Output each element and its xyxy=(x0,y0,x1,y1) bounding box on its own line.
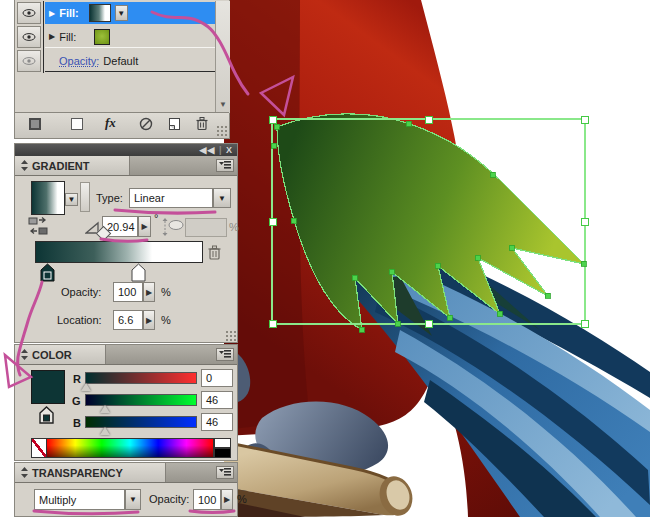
panel-menu-icon[interactable] xyxy=(216,466,234,479)
red-slider-track[interactable] xyxy=(85,372,197,384)
filled-square-icon[interactable] xyxy=(29,118,41,130)
location-spinner[interactable]: ▶ xyxy=(143,310,155,330)
tab-color[interactable]: COLOR xyxy=(15,345,106,364)
clear-appearance-icon[interactable] xyxy=(139,117,153,131)
gradient-swatch-dropdown[interactable]: ▼ xyxy=(65,193,78,206)
gradient-bar[interactable] xyxy=(35,241,203,263)
duplicate-item-icon[interactable] xyxy=(167,117,181,131)
delete-gradient-stop-icon[interactable] xyxy=(207,244,222,260)
blue-value: 46 xyxy=(206,416,218,428)
divider xyxy=(43,1,44,73)
fx-effect-icon[interactable]: fx xyxy=(105,115,116,131)
gradient-stop-selected[interactable] xyxy=(40,263,55,282)
transparency-tabbar: TRANSPARENCY xyxy=(15,463,237,483)
appearance-scrollbar[interactable]: ▼ xyxy=(215,1,230,113)
tab-gradient[interactable]: GRADIENT xyxy=(15,156,130,175)
transparency-opacity-spinner[interactable]: ▶ xyxy=(221,489,233,510)
transparency-opacity-label: Opacity: xyxy=(149,493,189,505)
gradient-stop-indicator-icon xyxy=(38,405,55,424)
gradient-type-select[interactable]: Linear xyxy=(129,188,213,208)
location-input[interactable]: 6.6 xyxy=(113,310,143,330)
stop-opacity-spinner[interactable]: ▶ xyxy=(143,282,155,302)
green-fill-swatch[interactable] xyxy=(94,29,110,45)
illustrator-workspace: ▶ Fill: ▼ ▶ Fill: Opacity: Default ▼ xyxy=(0,0,650,517)
blend-mode-dropdown-arrow[interactable]: ▼ xyxy=(125,489,141,510)
transparency-percent: % xyxy=(237,493,247,505)
red-value-input[interactable]: 0 xyxy=(201,369,233,387)
scroll-down-icon[interactable]: ▼ xyxy=(217,99,229,111)
expand-triangle-icon[interactable]: ▶ xyxy=(49,32,55,41)
gradient-stop-white[interactable] xyxy=(131,263,146,282)
white-swatch[interactable] xyxy=(214,438,231,448)
blend-mode-select[interactable]: Multiply xyxy=(34,489,125,510)
tab-label: TRANSPARENCY xyxy=(32,467,123,479)
angle-value: 20.94 xyxy=(107,221,135,233)
visibility-toggle[interactable] xyxy=(17,50,41,72)
swatch-dropdown-button[interactable]: ▼ xyxy=(115,5,128,21)
eye-icon xyxy=(22,32,36,42)
appearance-panel: ▶ Fill: ▼ ▶ Fill: Opacity: Default ▼ xyxy=(14,0,230,139)
stop-opacity-input[interactable]: 100 xyxy=(113,282,143,302)
appearance-row-opacity[interactable]: Opacity: Default xyxy=(45,50,215,72)
gradient-fill-swatch[interactable] xyxy=(89,4,111,22)
degree-sign: ° xyxy=(154,212,158,224)
eye-icon xyxy=(22,56,36,66)
none-color-swatch[interactable] xyxy=(31,438,47,458)
visibility-toggle[interactable] xyxy=(17,2,41,24)
type-dropdown-arrow[interactable]: ▼ xyxy=(213,188,231,208)
channel-label: B xyxy=(73,417,81,429)
green-slider-thumb[interactable] xyxy=(100,405,110,413)
channel-label: R xyxy=(73,373,81,385)
gradient-swatch-scroll[interactable] xyxy=(80,182,90,212)
panel-menu-icon[interactable] xyxy=(216,159,234,172)
transparency-opacity-value: 100 xyxy=(198,494,216,506)
eye-icon xyxy=(22,8,36,18)
color-spectrum-bar[interactable] xyxy=(47,438,214,458)
panel-resize-grip[interactable] xyxy=(225,330,236,341)
tab-transparency[interactable]: TRANSPARENCY xyxy=(15,463,166,482)
blue-slider-thumb[interactable] xyxy=(100,427,110,435)
panel-menu-icon[interactable] xyxy=(216,348,234,361)
panel-collapse-icon xyxy=(21,160,28,171)
blue-value-input[interactable]: 46 xyxy=(201,413,233,431)
stop-opacity-percent: % xyxy=(161,286,171,298)
stop-opacity-value: 100 xyxy=(118,286,136,298)
red-slider-thumb[interactable] xyxy=(81,383,91,391)
blend-mode-value: Multiply xyxy=(39,494,76,506)
location-percent: % xyxy=(161,314,171,326)
channel-label: G xyxy=(72,395,81,407)
visibility-toggle[interactable] xyxy=(17,26,41,48)
opacity-value: Default xyxy=(103,55,138,67)
reverse-gradient-icon[interactable] xyxy=(28,217,48,236)
location-label: Location: xyxy=(57,314,102,326)
current-color-swatch[interactable] xyxy=(31,370,65,404)
angle-spinner[interactable]: ▶ xyxy=(138,216,151,237)
gradient-preview-swatch[interactable] xyxy=(31,181,65,215)
empty-square-icon[interactable] xyxy=(71,118,83,130)
black-swatch[interactable] xyxy=(214,448,231,458)
panel-resize-grip[interactable] xyxy=(216,125,227,136)
green-value: 46 xyxy=(206,394,218,406)
panel-collapse-icon xyxy=(21,467,28,478)
green-value-input[interactable]: 46 xyxy=(201,391,233,409)
color-tabbar: COLOR xyxy=(15,345,237,365)
stop-opacity-label: Opacity: xyxy=(61,286,101,298)
location-value: 6.6 xyxy=(118,314,133,326)
appearance-row-fill-gradient[interactable]: ▶ Fill: ▼ xyxy=(45,2,215,24)
red-value: 0 xyxy=(206,372,212,384)
appearance-row-fill-green[interactable]: ▶ Fill: xyxy=(45,26,215,48)
close-panel-icon[interactable]: X xyxy=(226,145,233,155)
gradient-tabbar: GRADIENT xyxy=(15,156,237,176)
aspect-ratio-icon xyxy=(161,216,185,238)
gradient-type-value: Linear xyxy=(134,192,165,204)
opacity-link[interactable]: Opacity: xyxy=(59,55,99,67)
delete-item-trash-icon[interactable] xyxy=(195,116,209,131)
collapse-panels-icon[interactable]: ◀◀ xyxy=(200,145,216,155)
expand-triangle-icon[interactable]: ▶ xyxy=(49,9,55,18)
appearance-toolbar: fx xyxy=(15,112,229,138)
appearance-row-label: Fill: xyxy=(59,7,79,19)
type-label: Type: xyxy=(96,192,123,204)
dock-titlebar: ◀◀ | X xyxy=(15,144,237,156)
transparency-panel: TRANSPARENCY Multiply ▼ Opacity: 100 ▶ % xyxy=(14,462,238,517)
transparency-opacity-input[interactable]: 100 xyxy=(193,489,221,510)
